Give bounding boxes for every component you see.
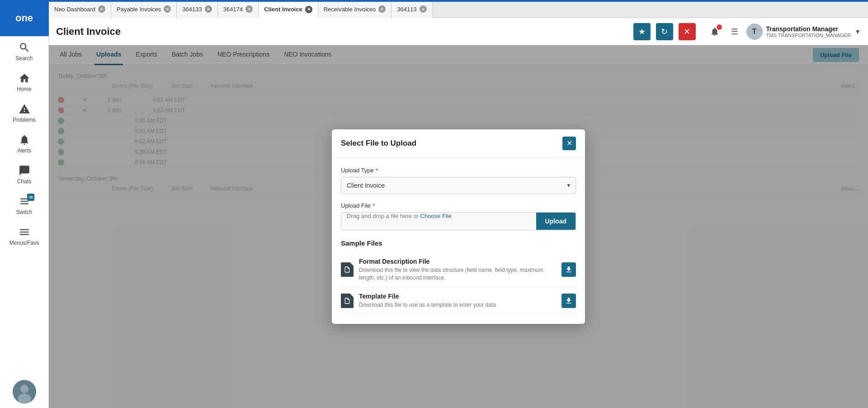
file-icon-template [341,294,354,308]
sample-file-format-desc: Download this file to view the data stru… [359,266,556,282]
upload-button[interactable]: Upload [536,213,576,230]
download-icon [565,266,573,274]
sidebar-chats-label: Chats [17,178,31,185]
tab-payable-invoices[interactable]: Payable Invoices ✕ [111,0,177,18]
notification-bell[interactable] [707,24,723,40]
chat-icon [19,165,30,176]
search-icon [19,42,30,53]
sidebar-alerts-label: Alerts [17,147,31,154]
tab-neo-dashboard-label: Neo Dashboard [54,6,95,13]
modal-body: Upload Type * Client Invoice ▼ Upload Fi… [332,158,585,324]
sidebar-problems-label: Problems [13,117,36,123]
tab-364113-close[interactable]: ✕ [420,5,427,13]
tab-receivable-invoices-label: Receivable Invoices [324,6,376,13]
user-info: Transportation Manager TMS.TRANSPORTATIO… [766,25,851,38]
sidebar-home-label: Home [17,86,31,92]
upload-type-label: Upload Type * [341,167,576,174]
notification-dot [717,24,722,30]
upload-file-label: Upload File * [341,202,576,209]
close-page-button[interactable]: ✕ [679,23,696,40]
sample-file-template-desc: Download this file to use as a template … [359,301,556,309]
tab-neo-dashboard-close[interactable]: ✕ [98,5,105,13]
logo-text: one [15,12,33,24]
sample-file-template-info: Template File Download this file to use … [359,293,556,309]
document-icon [344,266,351,273]
user-name: Transportation Manager [766,25,851,33]
sidebar-switch-label: Switch [16,209,32,215]
tab-364133-label: 364133 [182,6,202,13]
sidebar-item-problems[interactable]: Problems [0,98,48,128]
svg-point-1 [20,384,28,393]
required-indicator-2: * [373,202,375,209]
file-drop-zone[interactable]: Drag and drop a file here or Choose File [341,213,536,230]
tab-receivable-invoices-close[interactable]: ✕ [378,5,386,13]
upload-type-select-wrapper: Client Invoice ▼ [341,177,576,194]
sidebar-item-alerts[interactable]: Alerts [0,128,48,159]
refresh-button[interactable]: ↻ [656,23,673,40]
tab-364174-close[interactable]: ✕ [245,5,253,13]
user-role: TMS.TRANSPORTATION_MANAGER [766,33,851,38]
download-format-button[interactable] [561,262,576,277]
app-logo[interactable]: one [0,0,49,36]
progress-bar [49,0,868,2]
tab-client-invoice-close[interactable]: ✕ [305,6,312,13]
svg-point-2 [18,394,31,403]
tab-364113[interactable]: 364113 ✕ [392,0,432,18]
user-avatar[interactable] [13,380,36,403]
tab-neo-dashboard[interactable]: Neo Dashboard ✕ [49,0,111,18]
tab-client-invoice[interactable]: Client Invoice ✕ [259,0,318,18]
home-icon [19,72,30,84]
tab-364113-label: 364113 [397,6,416,13]
drag-drop-text: Drag and drop a file here or [347,213,420,219]
document-icon-2 [344,297,351,304]
tab-client-invoice-label: Client Invoice [264,6,302,13]
sample-file-format-name: Format Description File [359,258,556,265]
page-title: Client Invoice [56,26,628,38]
sidebar-item-switch[interactable]: Switch [0,190,48,221]
modal-close-button[interactable]: ✕ [562,137,576,150]
user-dropdown-arrow[interactable]: ▼ [854,28,861,35]
hamburger-menu[interactable]: ☰ [726,24,743,40]
tab-364133[interactable]: 364133 ✕ [177,0,217,18]
sample-files-title: Sample Files [341,239,576,247]
sidebar: one Search Home Problems Alerts Chats [0,0,49,408]
download-icon-2 [565,297,573,305]
sidebar-item-home[interactable]: Home [0,67,48,98]
tab-receivable-invoices[interactable]: Receivable Invoices ✕ [318,0,392,18]
tab-364133-close[interactable]: ✕ [205,5,212,13]
favorite-button[interactable]: ★ [633,23,651,40]
download-template-button[interactable] [561,294,576,308]
tab-payable-invoices-close[interactable]: ✕ [164,5,171,13]
sidebar-bottom [0,380,48,408]
sidebar-menus-label: Menus/Favs [9,240,39,246]
sample-file-item-template: Template File Download this file to use … [341,287,576,315]
tab-bar: Neo Dashboard ✕ Payable Invoices ✕ 36413… [0,0,868,18]
required-indicator: * [376,167,378,174]
sidebar-search-label: Search [15,55,33,62]
modal-overlay: Select File to Upload ✕ Upload Type * Cl… [49,45,868,408]
warning-icon [19,103,30,115]
choose-file-link[interactable]: Choose File [420,213,452,219]
avatar-image [13,380,36,403]
upload-modal: Select File to Upload ✕ Upload Type * Cl… [332,129,585,324]
main-header: Client Invoice ★ ↻ ✕ ☰ T Transportation … [49,18,868,45]
file-upload-area: Drag and drop a file here or Choose File… [341,212,576,230]
main-content: All Jobs Uploads Exports Batch Jobs NEO … [49,45,868,408]
header-right: ☰ T Transportation Manager TMS.TRANSPORT… [707,24,861,40]
sample-file-format-info: Format Description File Download this fi… [359,258,556,282]
menu-icon [19,226,30,238]
sidebar-item-search[interactable]: Search [0,36,48,67]
tab-payable-invoices-label: Payable Invoices [117,6,161,13]
tab-364174-label: 364174 [223,6,243,13]
sample-file-item-format: Format Description File Download this fi… [341,252,576,288]
user-avatar-circle: T [746,24,763,40]
sample-file-template-name: Template File [359,293,556,300]
modal-title: Select File to Upload [341,139,416,148]
modal-header: Select File to Upload ✕ [332,129,585,158]
file-icon-format [341,262,354,277]
bell-icon [19,134,30,146]
upload-type-select[interactable]: Client Invoice [341,177,576,194]
sidebar-item-menus-favs[interactable]: Menus/Favs [0,221,48,251]
tab-364174[interactable]: 364174 ✕ [218,0,259,18]
sidebar-item-chats[interactable]: Chats [0,159,48,190]
